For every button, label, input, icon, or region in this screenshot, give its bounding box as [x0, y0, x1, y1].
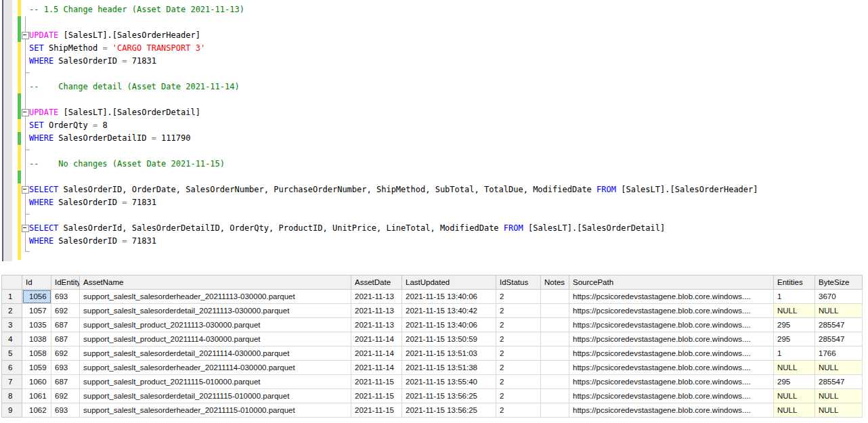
grid-cell[interactable]: support_saleslt_salesorderheader_2021111…	[80, 403, 351, 418]
code-line[interactable]	[29, 209, 758, 222]
grid-cell[interactable]: 285547	[815, 375, 863, 389]
grid-cell[interactable]: 1061	[22, 389, 51, 403]
grid-cell[interactable]: 285547	[815, 318, 863, 332]
grid-cell[interactable]: 2021-11-15 13:56:25	[402, 403, 496, 418]
grid-cell[interactable]: 1059	[22, 361, 51, 375]
grid-cell[interactable]: NULL	[815, 304, 863, 318]
grid-cell[interactable]: NULL	[774, 389, 815, 403]
grid-cell[interactable]: 2021-11-15 13:40:06	[402, 318, 496, 332]
grid-cell[interactable]: 687	[51, 318, 80, 332]
grid-cell[interactable]	[541, 318, 569, 332]
grid-cell[interactable]: NULL	[774, 304, 815, 318]
grid-cell[interactable]: 2	[496, 347, 541, 361]
row-number[interactable]: 4	[2, 332, 22, 347]
grid-cell[interactable]: 1038	[22, 332, 51, 347]
code-line[interactable]: WHERE SalesOrderID = 71831	[29, 55, 758, 68]
grid-cell[interactable]: 2021-11-15 13:55:40	[402, 375, 496, 389]
code-line[interactable]: UPDATE [SalesLT].[SalesOrderHeader]	[29, 29, 758, 42]
column-header-Id[interactable]: Id	[22, 275, 51, 290]
code-area[interactable]: -- 1.5 Change header (Asset Date 2021-11…	[29, 3, 758, 248]
grid-cell[interactable]: support_saleslt_salesorderheader_2021111…	[80, 290, 351, 304]
code-line[interactable]	[29, 171, 758, 183]
grid-cell[interactable]: 1	[774, 347, 815, 361]
grid-cell[interactable]	[541, 389, 569, 403]
row-number[interactable]: 1	[2, 290, 22, 304]
fold-collapse-icon[interactable]	[22, 109, 29, 116]
grid-cell[interactable]: support_saleslt_salesorderheader_2021111…	[80, 361, 351, 375]
column-header-Entities[interactable]: Entities	[774, 275, 815, 290]
grid-cell[interactable]: 2	[496, 290, 541, 304]
row-number[interactable]: 3	[2, 318, 22, 332]
selected-grid-cell[interactable]: 1056	[22, 290, 51, 304]
grid-cell[interactable]: 1057	[22, 304, 51, 318]
grid-cell[interactable]: 2021-11-13	[351, 318, 402, 332]
grid-cell[interactable]: 2021-11-13	[351, 290, 402, 304]
grid-cell[interactable]: NULL	[774, 403, 815, 418]
code-line[interactable]: WHERE SalesOrderID = 71831	[29, 235, 758, 248]
code-line[interactable]	[29, 16, 758, 29]
grid-cell[interactable]	[541, 304, 569, 318]
grid-cell[interactable]: https://pcsicoredevstastagene.blob.core.…	[569, 290, 774, 304]
grid-cell[interactable]: support_saleslt_product_20211115-010000.…	[80, 375, 351, 389]
code-line[interactable]: WHERE SalesOrderID = 71831	[29, 196, 758, 209]
grid-cell[interactable]: 692	[51, 347, 80, 361]
grid-cell[interactable]	[541, 290, 569, 304]
grid-cell[interactable]: 2	[496, 361, 541, 375]
column-header-LastUpdated[interactable]: LastUpdated	[402, 275, 496, 290]
code-line[interactable]: -- Change detail (Asset Date 2021-11-14)	[29, 81, 758, 93]
results-pane[interactable]: IdIdEntityAssetNameAssetDateLastUpdatedI…	[1, 275, 863, 418]
grid-cell[interactable]: 295	[774, 375, 815, 389]
grid-cell[interactable]: 1062	[22, 403, 51, 418]
grid-cell[interactable]: https://pcsicoredevstastagene.blob.core.…	[569, 389, 774, 403]
grid-cell[interactable]: https://pcsicoredevstastagene.blob.core.…	[569, 375, 774, 389]
fold-collapse-icon[interactable]	[22, 32, 29, 39]
row-number[interactable]: 9	[2, 403, 22, 418]
grid-corner-header[interactable]	[2, 275, 22, 290]
grid-cell[interactable]: 2	[496, 389, 541, 403]
grid-cell[interactable]: NULL	[815, 361, 863, 375]
grid-cell[interactable]: 2021-11-13	[351, 304, 402, 318]
code-line[interactable]: SET OrderQty = 8	[29, 119, 758, 132]
column-header-SourcePath[interactable]: SourcePath	[569, 275, 774, 290]
grid-cell[interactable]: https://pcsicoredevstastagene.blob.core.…	[569, 403, 774, 418]
code-line[interactable]	[29, 145, 758, 158]
grid-cell[interactable]: 2021-11-15 13:51:03	[402, 347, 496, 361]
grid-cell[interactable]: NULL	[815, 403, 863, 418]
grid-cell[interactable]: 2	[496, 332, 541, 347]
grid-cell[interactable]: support_saleslt_salesorderdetail_2021111…	[80, 304, 351, 318]
grid-cell[interactable]: 2021-11-15 13:51:38	[402, 361, 496, 375]
grid-cell[interactable]: 2021-11-14	[351, 332, 402, 347]
grid-cell[interactable]	[541, 403, 569, 418]
code-line[interactable]: WHERE SalesOrderDetailID = 111790	[29, 132, 758, 145]
grid-cell[interactable]: 2021-11-15 13:40:42	[402, 304, 496, 318]
row-number[interactable]: 7	[2, 375, 22, 389]
code-line[interactable]	[29, 93, 758, 106]
grid-cell[interactable]: 687	[51, 332, 80, 347]
column-header-ByteSize[interactable]: ByteSize	[815, 275, 863, 290]
grid-cell[interactable]: https://pcsicoredevstastagene.blob.core.…	[569, 347, 774, 361]
grid-cell[interactable]: https://pcsicoredevstastagene.blob.core.…	[569, 332, 774, 347]
grid-cell[interactable]: https://pcsicoredevstastagene.blob.core.…	[569, 361, 774, 375]
grid-cell[interactable]: 693	[51, 361, 80, 375]
grid-cell[interactable]: support_saleslt_salesorderdetail_2021111…	[80, 389, 351, 403]
grid-cell[interactable]: 2021-11-15 13:56:25	[402, 389, 496, 403]
grid-cell[interactable]: 693	[51, 290, 80, 304]
grid-cell[interactable]: 1035	[22, 318, 51, 332]
row-number[interactable]: 5	[2, 347, 22, 361]
grid-cell[interactable]: 2	[496, 318, 541, 332]
grid-cell[interactable]: 2	[496, 304, 541, 318]
grid-cell[interactable]: 1058	[22, 347, 51, 361]
grid-cell[interactable]: 692	[51, 304, 80, 318]
grid-cell[interactable]: 2021-11-15 13:40:06	[402, 290, 496, 304]
grid-cell[interactable]: 295	[774, 318, 815, 332]
row-number[interactable]: 8	[2, 389, 22, 403]
grid-cell[interactable]: 1	[774, 290, 815, 304]
column-header-AssetDate[interactable]: AssetDate	[351, 275, 402, 290]
editor-indicator-margin[interactable]	[3, 0, 12, 261]
grid-cell[interactable]: 2021-11-14	[351, 361, 402, 375]
results-grid[interactable]: IdIdEntityAssetNameAssetDateLastUpdatedI…	[1, 275, 863, 418]
column-header-AssetName[interactable]: AssetName	[80, 275, 351, 290]
code-line[interactable]: SELECT SalesOrderId, SalesOrderDetailID,…	[29, 222, 758, 235]
grid-cell[interactable]: 692	[51, 389, 80, 403]
grid-cell[interactable]: https://pcsicoredevstastagene.blob.core.…	[569, 304, 774, 318]
